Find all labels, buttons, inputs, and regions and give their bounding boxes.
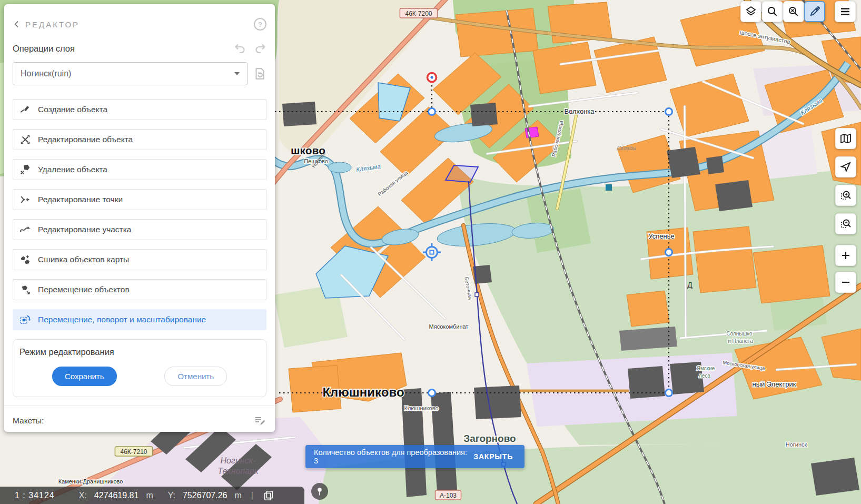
panel-header: РЕДАКТОР ? xyxy=(13,18,266,31)
editor-panel: РЕДАКТОР ? Операции слоя Ногинск(ruin) С… xyxy=(4,4,275,432)
y-unit: m xyxy=(234,491,241,500)
x-unit: m xyxy=(146,491,153,500)
chevron-left-icon xyxy=(13,20,21,28)
delete-object-icon xyxy=(19,164,31,175)
operation-item-1[interactable]: Создание объекта xyxy=(13,99,266,120)
zoom-to-extent-in-button[interactable] xyxy=(835,185,856,206)
layer-select[interactable]: Ногинск(ruin) xyxy=(13,62,248,85)
road-badge-label: 46К-7210 xyxy=(120,448,147,456)
map-label: Успенье xyxy=(648,232,674,240)
search-button[interactable] xyxy=(762,1,783,22)
basemap-button[interactable] xyxy=(835,128,856,149)
move-objects-icon xyxy=(19,284,31,295)
handle-top-right[interactable] xyxy=(666,108,672,115)
y-value: 7526707.26 xyxy=(183,491,227,500)
pin-icon xyxy=(314,486,325,497)
divider xyxy=(4,406,275,406)
menu-button[interactable] xyxy=(835,1,856,22)
road-badge-label: А-103 xyxy=(440,492,457,499)
x-label: X: xyxy=(79,491,87,500)
map-label: леса xyxy=(699,373,710,379)
search-clear-icon xyxy=(787,5,800,18)
operations-list: Создание объектаРедактирование объектаУд… xyxy=(13,99,266,330)
x-value: 4274619.81 xyxy=(94,491,139,500)
handle-top-mid[interactable] xyxy=(429,108,436,115)
layers-button[interactable] xyxy=(740,1,761,22)
plus-icon xyxy=(839,249,852,262)
pencil-icon xyxy=(808,5,821,18)
save-button[interactable]: Сохранить xyxy=(52,367,117,386)
map-label: Ногинск- xyxy=(221,456,256,465)
operation-label: Сшивка объектов карты xyxy=(38,255,129,264)
locate-button[interactable] xyxy=(835,156,856,177)
operation-item-3[interactable]: Удаление объекта xyxy=(13,159,266,180)
folded-map-icon xyxy=(839,132,852,145)
operation-label: Удаление объекта xyxy=(38,165,107,174)
road-badge-label: 46К-7200 xyxy=(405,10,432,17)
redo-icon[interactable] xyxy=(254,42,266,55)
status-bar: 1 : 34124 X: 4274619.81 m Y: 7526707.26 … xyxy=(0,487,304,504)
map-label: Ногинск xyxy=(786,441,807,448)
operation-label: Создание объекта xyxy=(38,105,107,114)
edit-point-icon xyxy=(19,194,31,205)
rotate-handle-dot xyxy=(431,76,433,79)
edit-mode-title: Режим редактирования xyxy=(19,347,260,357)
layers-icon xyxy=(745,5,757,18)
copy-coordinates-icon[interactable] xyxy=(263,490,274,501)
layer-select-value: Ногинск(ruin) xyxy=(21,69,71,78)
operation-item-7[interactable]: Перемещение объектов xyxy=(13,279,266,300)
operation-item-5[interactable]: Редактирование участка xyxy=(13,219,266,240)
edit-tool-button[interactable] xyxy=(804,1,825,22)
map-label: Загорново xyxy=(463,433,516,444)
y-label: Y: xyxy=(168,491,175,500)
merge-objects-icon xyxy=(19,254,31,265)
back-button[interactable]: РЕДАКТОР xyxy=(13,20,80,29)
zoom-in-button[interactable] xyxy=(835,245,856,266)
status-divider: | xyxy=(251,491,253,500)
help-icon[interactable]: ? xyxy=(254,18,266,31)
chevron-down-icon xyxy=(234,72,240,75)
map-label: ный Электрик xyxy=(752,380,796,388)
operation-label: Перемещение объектов xyxy=(38,285,130,294)
map-label: Каменки-Дранишниково xyxy=(58,478,123,485)
map-label: Ямские xyxy=(697,365,715,371)
undo-icon[interactable] xyxy=(234,42,246,55)
section-title: Операции слоя xyxy=(13,44,75,54)
zoom-region-out-icon xyxy=(839,218,852,230)
edit-segment-icon xyxy=(19,224,31,235)
toast-message: Количество объектов для преобразования: … xyxy=(314,448,470,465)
operation-item-6[interactable]: Сшивка объектов карты xyxy=(13,249,266,270)
create-object-icon xyxy=(19,104,31,115)
back-label: РЕДАКТОР xyxy=(25,20,80,29)
toast-close-button[interactable]: ЗАКРЫТЬ xyxy=(470,452,516,461)
transform-toast: Количество объектов для преобразования: … xyxy=(305,445,524,468)
handle-right-mid[interactable] xyxy=(666,249,672,256)
zoom-to-extent-out-button[interactable] xyxy=(835,213,856,234)
handle-bottom-mid[interactable] xyxy=(429,390,436,397)
hamburger-icon xyxy=(839,5,852,18)
edit-object-icon xyxy=(19,134,31,145)
zoom-out-button[interactable] xyxy=(835,272,856,293)
map-label: Д xyxy=(687,281,692,289)
operation-item-2[interactable]: Редактирование объекта xyxy=(13,129,266,150)
edit-mode-box: Режим редактирования Сохранить Отменить xyxy=(13,339,266,397)
clear-search-button[interactable] xyxy=(783,1,804,22)
transform-objects-icon xyxy=(19,314,31,325)
navigation-arrow-icon xyxy=(839,161,852,173)
map-label: Склады xyxy=(617,145,637,151)
handle-bottom-right[interactable] xyxy=(666,390,672,397)
zoom-region-in-icon xyxy=(839,189,852,202)
layouts-title: Макеты: xyxy=(13,416,44,426)
save-layer-icon[interactable] xyxy=(253,67,266,81)
cancel-button[interactable]: Отменить xyxy=(164,367,227,386)
map-label: Клюшниково xyxy=(322,385,404,399)
search-icon xyxy=(766,5,779,18)
map-scale: 1 : 34124 xyxy=(15,491,55,500)
operation-label: Перемещение, поворот и масштабирование xyxy=(38,315,206,324)
edit-layouts-icon[interactable] xyxy=(254,414,266,427)
drop-pin-button[interactable] xyxy=(311,483,328,500)
operation-item-4[interactable]: Редактирование точки xyxy=(13,189,266,210)
operation-item-8[interactable]: Перемещение, поворот и масштабирование xyxy=(13,309,266,330)
map-label: Мясокомбинат xyxy=(429,323,469,330)
minus-icon xyxy=(839,276,852,289)
